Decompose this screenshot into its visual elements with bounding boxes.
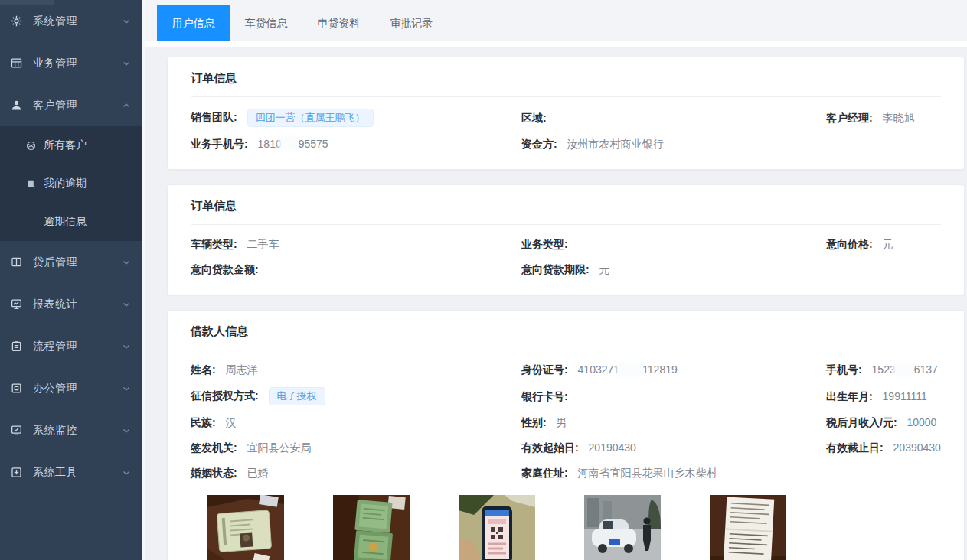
field-label: 车辆类型: xyxy=(191,238,237,250)
photo-thumbnail xyxy=(459,495,535,560)
sidebar-item-all-customers[interactable]: 所有客户 xyxy=(0,126,142,164)
field-value: 二手车 xyxy=(247,238,279,250)
valid-from-field: 有效起始日: 20190430 xyxy=(521,440,826,456)
business-phone-field: 业务手机号: 181095575 xyxy=(191,136,521,152)
sidebar-item-label: 逾期信息 xyxy=(44,215,87,229)
photo-thumbnail xyxy=(207,495,284,560)
id-card-photo[interactable]: 人车照 xyxy=(207,495,284,560)
marital-field: 婚姻状态: 已婚 xyxy=(191,465,521,481)
redaction-mask xyxy=(619,364,642,374)
income-field: 税后月收入/元: 10000 xyxy=(826,415,941,431)
sidebar-item-my-overdue[interactable]: 我的逾期 xyxy=(0,164,142,203)
field-label: 业务手机号: xyxy=(191,138,248,150)
sidebar-item-customer-mgmt[interactable]: 客户管理 xyxy=(0,84,142,126)
field-label: 银行卡号: xyxy=(521,390,568,402)
sidebar-item-label: 贷后管理 xyxy=(33,256,122,269)
sidebar-item-label: 客户管理 xyxy=(33,99,122,112)
sidebar-item-report-stats[interactable]: 报表统计 xyxy=(0,283,142,325)
sidebar-item-system-mgmt[interactable]: 系统管理 xyxy=(0,0,142,42)
field-label: 手机号: xyxy=(826,363,862,376)
sidebar-item-overdue-info[interactable]: 逾期信息 xyxy=(0,203,142,241)
sidebar-item-system-tools[interactable]: 系统工具 xyxy=(0,451,142,493)
book-icon xyxy=(10,256,23,269)
region-field: 区域: xyxy=(521,110,826,126)
license-booklet-photo[interactable]: 行驶证照片 xyxy=(333,495,410,560)
field-label: 有效起始日: xyxy=(521,441,579,454)
document-photos: 人车照 xyxy=(207,495,941,560)
chart-monitor-icon xyxy=(10,298,23,311)
card-title: 订单信息 xyxy=(191,71,941,97)
sidebar-item-business-mgmt[interactable]: 业务管理 xyxy=(0,42,142,84)
chevron-down-icon xyxy=(122,17,131,26)
field-value: 男 xyxy=(557,416,567,428)
field-label: 意向贷款金额: xyxy=(191,263,259,275)
field-value: 4103271 xyxy=(578,363,620,376)
tab-user-info[interactable]: 用户信息 xyxy=(157,5,230,41)
field-label: 性别: xyxy=(521,416,547,428)
sidebar-item-office-mgmt[interactable]: 办公管理 xyxy=(0,367,142,409)
order-info-card: 订单信息 销售团队: 四团一营（直属王鹏飞） 区域: 客户经理: 李晓旭 xyxy=(167,57,965,170)
credit-auth-field: 征信授权方式: 电子授权 xyxy=(191,387,521,405)
app-window: 系统管理 业务管理 客户管理 所有客户 xyxy=(0,0,967,560)
sidebar-item-postloan-mgmt[interactable]: 贷后管理 xyxy=(0,241,142,283)
field-value: 李晓旭 xyxy=(883,112,915,124)
sidebar-item-label: 流程管理 xyxy=(33,340,122,353)
field-label: 身份证号: xyxy=(521,363,568,376)
tools-icon xyxy=(10,466,23,479)
tabstrip-gap xyxy=(145,41,967,47)
mobile-field: 手机号: 15236137 xyxy=(826,362,941,378)
tab-loan-application-docs[interactable]: 申贷资料 xyxy=(302,5,375,41)
sidebar: 系统管理 业务管理 客户管理 所有客户 xyxy=(0,0,142,560)
loan-amount-field: 意向贷款金额: xyxy=(191,262,521,278)
issuer-field: 签发机关: 宜阳县公安局 xyxy=(191,440,521,456)
overdue-doc-icon xyxy=(25,178,37,190)
chevron-down-icon xyxy=(122,468,131,477)
field-value: 20390430 xyxy=(893,441,941,454)
redaction-mask xyxy=(896,364,914,374)
chevron-down-icon xyxy=(122,426,131,435)
field-value: 19911111 xyxy=(883,390,927,402)
loan-term-field: 意向贷款期限: 元 xyxy=(521,262,826,278)
field-value: 河南省宜阳县花果山乡木柴村 xyxy=(578,467,717,479)
credit-auth-tag: 电子授权 xyxy=(269,387,325,405)
field-label: 区域: xyxy=(521,112,547,124)
sidebar-item-label: 系统工具 xyxy=(33,466,122,480)
field-value: 6137 xyxy=(914,363,938,376)
sidebar-item-label: 办公管理 xyxy=(33,382,122,396)
bank-card-field: 银行卡号: xyxy=(521,389,826,405)
main-area: 用户信息 车贷信息 申贷资料 审批记录 订单信息 销售团队: 四团一营（直属王鹏… xyxy=(142,0,967,560)
redaction-mask xyxy=(282,138,299,148)
field-value: 汉 xyxy=(226,416,237,428)
phone-qr-photo[interactable]: 征信授权 xyxy=(459,495,535,560)
card-title: 借款人信息 xyxy=(191,324,941,350)
field-value: 1810 xyxy=(258,138,282,150)
photo-thumbnail xyxy=(584,495,661,560)
field-label: 姓名: xyxy=(191,363,216,376)
gear-icon xyxy=(10,15,23,28)
chevron-down-icon xyxy=(122,258,131,267)
tab-approval-records[interactable]: 审批记录 xyxy=(375,5,448,41)
detail-tabs: 用户信息 车贷信息 申贷资料 审批记录 xyxy=(145,0,967,41)
field-value: 95575 xyxy=(299,138,328,150)
name-field: 姓名: 周志洋 xyxy=(191,362,521,378)
field-label: 意向价格: xyxy=(826,238,873,250)
document-paper-photo[interactable]: 其他材料 xyxy=(710,495,786,560)
sales-team-tag[interactable]: 四团一营（直属王鹏飞） xyxy=(247,109,374,127)
sidebar-item-label: 所有客户 xyxy=(44,138,87,152)
field-label: 家庭住址: xyxy=(521,467,568,479)
wheel-icon xyxy=(25,140,37,151)
sidebar-item-system-monitor[interactable]: 系统监控 xyxy=(0,409,142,451)
photo-thumbnail xyxy=(710,495,786,560)
photo-thumbnail xyxy=(333,495,410,560)
sidebar-item-label: 业务管理 xyxy=(33,57,122,70)
borrower-info-card: 借款人信息 姓名: 周志洋 身份证号: 4103271112819 手机号: 1… xyxy=(167,310,965,560)
account-manager-field: 客户经理: 李晓旭 xyxy=(826,110,941,126)
tab-car-loan-info[interactable]: 车贷信息 xyxy=(230,5,302,41)
person-car-photo[interactable]: 人车照 xyxy=(584,495,661,560)
sidebar-item-process-mgmt[interactable]: 流程管理 xyxy=(0,325,142,367)
field-value: 汝州市农村商业银行 xyxy=(567,138,664,150)
chevron-down-icon xyxy=(122,384,131,393)
field-label: 签发机关: xyxy=(191,441,237,454)
office-icon xyxy=(10,382,23,395)
monitor-check-icon xyxy=(10,424,23,437)
